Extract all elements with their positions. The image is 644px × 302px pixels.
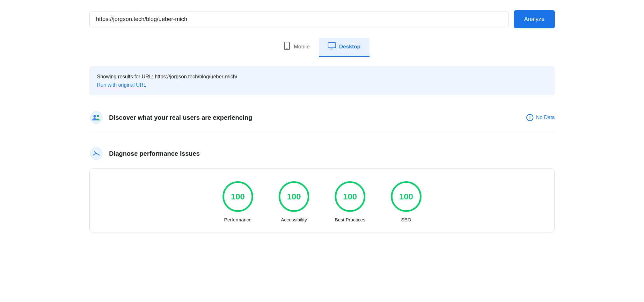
score-circle-seo: 100 <box>391 181 421 212</box>
analyze-button[interactable]: Analyze <box>514 10 555 28</box>
score-value-seo: 100 <box>399 192 413 202</box>
info-banner: Showing results for URL: https://jorgson… <box>89 66 555 95</box>
tab-desktop[interactable]: Desktop <box>319 38 370 57</box>
url-bar-row: Analyze <box>89 10 555 28</box>
tab-desktop-label: Desktop <box>339 44 361 50</box>
svg-point-8 <box>97 115 99 117</box>
score-value-best-practices: 100 <box>343 192 357 202</box>
no-data-badge[interactable]: i No Data <box>526 114 555 121</box>
metric-accessibility: 100 Accessibility <box>279 181 309 222</box>
metric-performance: 100 Performance <box>223 181 253 222</box>
performance-card: 100 Performance 100 Accessibility 100 Be… <box>89 168 555 233</box>
run-original-url-link[interactable]: Run with original URL <box>97 82 146 88</box>
no-data-label: No Data <box>536 115 555 120</box>
metric-best-practices: 100 Best Practices <box>335 181 365 222</box>
desktop-icon <box>328 42 336 51</box>
svg-point-1 <box>287 48 288 49</box>
discover-section-title: Discover what your real users are experi… <box>109 114 526 121</box>
tab-mobile[interactable]: Mobile <box>274 37 318 57</box>
metric-label-best-practices: Best Practices <box>335 217 365 222</box>
svg-rect-2 <box>286 43 288 43</box>
svg-point-6 <box>90 111 102 124</box>
tabs-row: Mobile Desktop <box>89 37 555 57</box>
score-circle-best-practices: 100 <box>335 181 365 212</box>
info-banner-text: Showing results for URL: https://jorgson… <box>97 74 237 79</box>
score-circle-accessibility: 100 <box>279 181 309 212</box>
svg-point-7 <box>93 115 96 118</box>
url-input-wrapper <box>89 11 509 27</box>
metric-label-seo: SEO <box>401 217 411 222</box>
svg-rect-3 <box>328 43 336 48</box>
metric-label-accessibility: Accessibility <box>281 217 307 222</box>
discover-section-row: Discover what your real users are experi… <box>89 104 555 131</box>
diagnose-section-row: Diagnose performance issues <box>89 140 555 168</box>
tab-mobile-label: Mobile <box>294 44 310 50</box>
score-circle-performance: 100 <box>223 181 253 212</box>
gauge-icon <box>89 147 103 161</box>
users-icon <box>89 111 103 125</box>
metrics-row: 100 Performance 100 Accessibility 100 Be… <box>100 181 544 222</box>
svg-point-11 <box>96 153 97 154</box>
mobile-icon <box>283 42 290 52</box>
metric-label-performance: Performance <box>224 217 252 222</box>
diagnose-section-title: Diagnose performance issues <box>109 150 555 157</box>
metric-seo: 100 SEO <box>391 181 421 222</box>
score-value-accessibility: 100 <box>287 192 301 202</box>
info-icon: i <box>526 114 533 121</box>
url-input[interactable] <box>96 16 502 23</box>
score-value-performance: 100 <box>231 192 245 202</box>
